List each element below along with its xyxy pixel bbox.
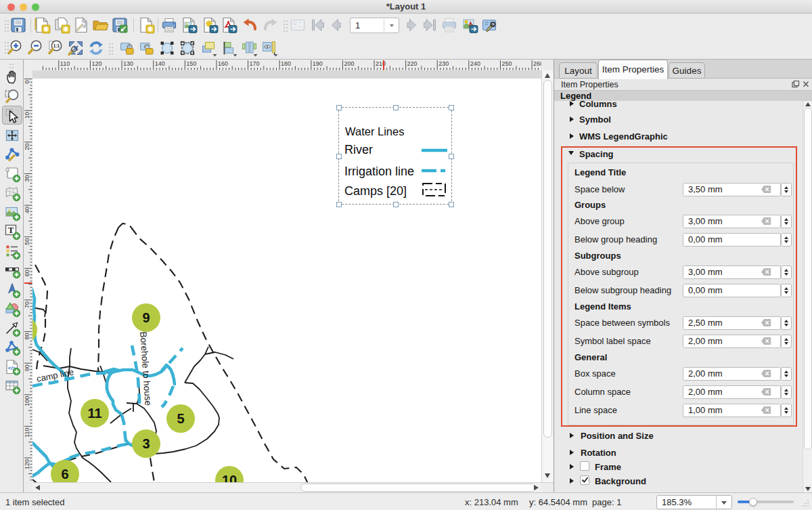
svg-text:120: 120 bbox=[24, 459, 30, 469]
svg-text:0: 0 bbox=[24, 81, 30, 84]
svg-text:190: 190 bbox=[313, 60, 323, 67]
svg-text:250: 250 bbox=[502, 60, 512, 67]
svg-text:1:1: 1:1 bbox=[53, 43, 60, 48]
svg-text:220: 220 bbox=[407, 60, 418, 67]
svg-text:T: T bbox=[8, 225, 14, 235]
svg-text:120: 120 bbox=[91, 60, 102, 67]
svg-text:110: 110 bbox=[60, 60, 70, 67]
svg-text:80: 80 bbox=[24, 333, 30, 340]
svg-text:110: 110 bbox=[24, 427, 30, 437]
svg-text:30: 30 bbox=[24, 175, 30, 182]
svg-text:11: 11 bbox=[87, 406, 102, 421]
svg-text:130: 130 bbox=[123, 60, 133, 67]
svg-text:10: 10 bbox=[222, 473, 237, 482]
svg-text:230: 230 bbox=[438, 60, 449, 67]
svg-text:6: 6 bbox=[61, 467, 68, 482]
svg-text:60: 60 bbox=[24, 270, 30, 276]
svg-text:140: 140 bbox=[155, 60, 165, 67]
svg-text:3: 3 bbox=[142, 436, 150, 451]
svg-text:9: 9 bbox=[142, 310, 150, 325]
svg-text:70: 70 bbox=[24, 301, 30, 308]
svg-text:200: 200 bbox=[344, 60, 354, 67]
svg-text:20: 20 bbox=[24, 144, 30, 150]
svg-text:100: 100 bbox=[24, 396, 30, 406]
svg-text:260: 260 bbox=[533, 60, 541, 67]
svg-text:40: 40 bbox=[24, 207, 30, 213]
svg-text:240: 240 bbox=[470, 60, 480, 67]
svg-text:90: 90 bbox=[24, 364, 30, 371]
svg-text:10: 10 bbox=[24, 112, 30, 119]
svg-text:5: 5 bbox=[177, 411, 184, 426]
svg-text:160: 160 bbox=[218, 60, 228, 67]
svg-text:150: 150 bbox=[186, 60, 196, 67]
svg-text:180: 180 bbox=[281, 60, 291, 67]
svg-text:50: 50 bbox=[24, 238, 30, 245]
svg-text:170: 170 bbox=[250, 60, 260, 67]
